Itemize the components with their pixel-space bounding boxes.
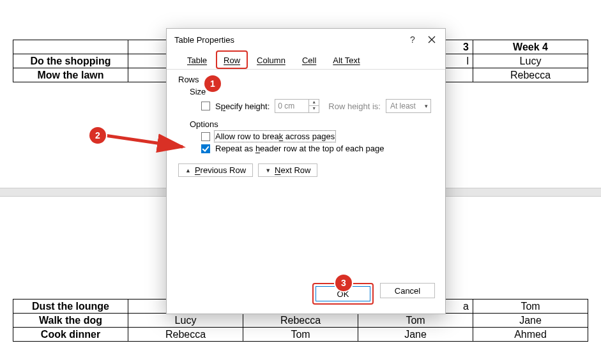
table-row: Walk the dog Lucy Rebecca Tom Jane: [13, 314, 588, 328]
height-input[interactable]: [275, 100, 308, 112]
triangle-up-icon: ▲: [185, 167, 191, 174]
task-cell: Cook dinner: [13, 328, 128, 342]
callout-arrow-icon: [103, 128, 190, 153]
tab-strip: Table Row Column Cell Alt Text: [167, 50, 445, 70]
specify-height-label: Specify height:: [215, 102, 270, 111]
repeat-header-label: Repeat as header row at the top of each …: [215, 144, 384, 153]
spinner-up-icon[interactable]: ▲: [308, 100, 319, 106]
next-row-button[interactable]: ▼ Next Row: [258, 163, 317, 177]
svg-line-0: [105, 135, 183, 147]
size-label: Size: [190, 87, 434, 96]
tab-alt-text[interactable]: Alt Text: [329, 53, 363, 69]
options-label: Options: [190, 119, 434, 129]
table-row: Cook dinner Rebecca Tom Jane Ahmed: [13, 328, 588, 342]
tab-table[interactable]: Table: [183, 53, 211, 69]
row-height-is-select[interactable]: At least ▾: [386, 99, 431, 113]
col4-header: Week 4: [473, 40, 588, 54]
callout-badge-1: 1: [204, 75, 221, 92]
dialog-title: Table Properties: [174, 35, 403, 45]
task-cell: Do the shopping: [13, 54, 128, 68]
spinner-down-icon[interactable]: ▼: [308, 106, 319, 112]
allow-break-label: Allow row to break across pages: [215, 132, 335, 141]
row-height-is-label: Row height is:: [328, 102, 381, 111]
repeat-header-checkbox[interactable]: [201, 144, 210, 153]
tab-column[interactable]: Column: [253, 53, 289, 69]
tab-row[interactable]: Row: [220, 53, 244, 69]
previous-row-button[interactable]: ▲ Previous Row: [178, 163, 253, 177]
task-cell: Mow the lawn: [13, 68, 128, 82]
task-cell: Walk the dog: [13, 314, 128, 328]
allow-break-checkbox[interactable]: [201, 132, 210, 141]
cancel-button[interactable]: Cancel: [380, 283, 435, 298]
height-spinner[interactable]: ▲▼: [275, 99, 319, 113]
help-button[interactable]: ?: [403, 31, 422, 48]
table-properties-dialog: Table Properties ? Table Row Column Cell…: [166, 28, 446, 314]
task-cell: Dust the lounge: [13, 300, 128, 314]
callout-badge-2: 2: [89, 127, 106, 144]
triangle-down-icon: ▼: [265, 167, 271, 174]
tab-cell[interactable]: Cell: [298, 53, 320, 69]
specify-height-checkbox[interactable]: [201, 102, 210, 110]
close-icon: [428, 36, 436, 43]
callout-badge-3: 3: [335, 275, 352, 291]
close-button[interactable]: [422, 31, 441, 48]
chevron-down-icon: ▾: [425, 103, 428, 109]
